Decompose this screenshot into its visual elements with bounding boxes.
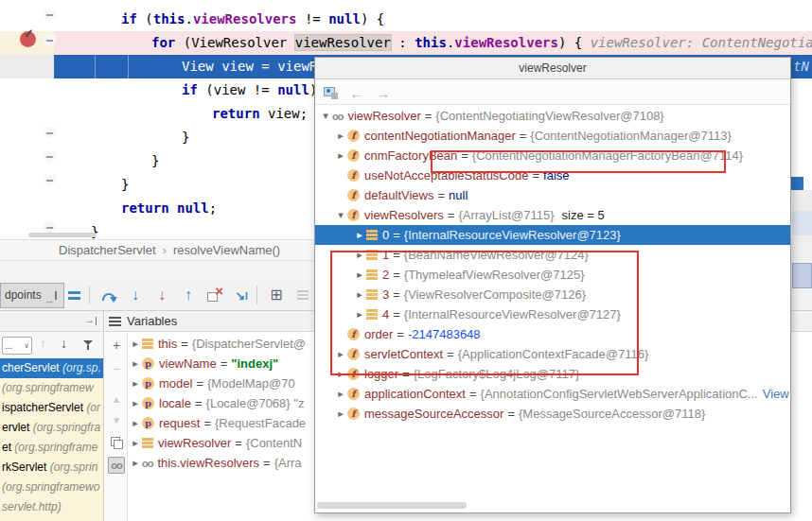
step-into-icon[interactable]: ↓ (124, 284, 147, 306)
frame-row[interactable]: (org.springframewo (0, 478, 103, 497)
frame-row[interactable]: servlet.http) (0, 497, 103, 517)
fold-marker-icon[interactable] (44, 128, 56, 140)
step-over-icon[interactable] (97, 284, 120, 306)
value-icon (366, 289, 378, 300)
expand-chevron-icon[interactable]: ▾ (334, 205, 347, 225)
variable-row[interactable]: ▸fapplicationContext={AnnotationConfigSe… (315, 384, 790, 404)
open-in-variables-icon[interactable] (321, 83, 340, 102)
expand-chevron-icon[interactable]: ▾ (319, 106, 332, 126)
variable-value: {RequestFacade (215, 413, 306, 433)
breadcrumb-item-class[interactable]: DispatcherServlet (59, 243, 156, 257)
variable-row[interactable]: ▸1={BeanNameViewResolver@7124} (315, 245, 790, 265)
move-down-icon[interactable]: ▼ (108, 411, 125, 428)
frame-row[interactable]: cherServlet (org.sp. (0, 358, 103, 378)
remove-watch-icon[interactable]: − (108, 360, 125, 377)
expand-chevron-icon[interactable]: ▸ (129, 373, 142, 393)
back-arrow-icon[interactable]: ← (347, 83, 366, 102)
expand-chevron-icon[interactable]: ▸ (353, 285, 366, 304)
frames-list[interactable]: cherServlet (org.sp.(org.springframewisp… (0, 358, 103, 521)
variable-value: {ApplicationContextFacade@7116} (458, 344, 649, 364)
value-icon (366, 250, 378, 260)
equals-sign: = (203, 413, 211, 433)
popup-title[interactable]: viewResolver (315, 58, 790, 79)
expand-chevron-icon[interactable]: ▸ (353, 245, 366, 265)
compare-disabled-icon[interactable] (291, 284, 314, 306)
add-watch-icon[interactable]: + (108, 337, 125, 354)
frame-down-icon[interactable]: ↓ (61, 336, 67, 351)
move-up-icon[interactable]: ▲ (108, 391, 125, 408)
equals-sign: = (520, 126, 527, 146)
expand-chevron-icon[interactable]: ▸ (353, 225, 366, 245)
frame-row[interactable]: ervlet (org.springfra (0, 418, 103, 438)
frame-row[interactable]: ispatcherServlet (or (0, 398, 103, 418)
code-token: . (185, 11, 192, 26)
expand-chevron-icon[interactable]: ▸ (129, 393, 142, 413)
popup-variable-tree[interactable]: ▾ooviewResolver={ContentNegotiatingViewR… (315, 106, 790, 489)
show-execution-point-icon[interactable] (62, 284, 85, 306)
frame-up-icon[interactable]: ↑ (40, 336, 46, 351)
frame-class: ervlet (2, 421, 33, 434)
equals-sign: = (263, 453, 271, 473)
variable-row[interactable]: ▸fcontentNegotiationManager={ContentNego… (315, 126, 790, 146)
frame-package: (org.springframewo (2, 480, 99, 494)
evaluate-expression-icon[interactable]: ⊞ (265, 284, 288, 306)
variable-row[interactable]: ▸4={InternalResourceViewResolver@7127} (315, 304, 790, 324)
variable-row[interactable]: ▾ooviewResolver={ContentNegotiatingViewR… (315, 106, 790, 126)
copy-frames-icon[interactable] (108, 434, 125, 451)
expand-chevron-icon[interactable]: ▸ (129, 413, 142, 433)
force-step-into-icon[interactable]: ↓ (150, 284, 173, 306)
variable-row[interactable]: ▸fservletContext={ApplicationContextFaca… (315, 344, 790, 364)
expand-chevron-icon[interactable]: ▸ (334, 146, 347, 165)
step-out-icon[interactable]: ↑ (177, 284, 200, 306)
frame-row[interactable]: et (org.springframe (0, 438, 103, 458)
variable-row[interactable]: ▸2={ThymeleafViewResolver@7125} (315, 265, 790, 285)
editor-hscrollbar[interactable] (28, 233, 97, 237)
field-icon: f (347, 189, 360, 201)
forward-arrow-icon[interactable]: → (374, 83, 393, 102)
variable-row[interactable]: ▸3={ViewResolverComposite@7126} (315, 285, 790, 304)
code-token: ( (137, 11, 153, 26)
expand-chevron-icon[interactable]: ▸ (129, 354, 142, 373)
expand-chevron-icon[interactable]: ▸ (353, 265, 366, 285)
code-token: this (153, 11, 185, 26)
code-token (169, 200, 177, 216)
frame-row[interactable]: (org.springframew (0, 378, 103, 398)
variable-row[interactable]: forder=-2147483648 (315, 324, 790, 344)
variable-row[interactable]: ▸fmessageSourceAccessor={MessageSourceAc… (315, 404, 790, 424)
verified-breakpoint-icon[interactable] (20, 31, 36, 47)
drop-frame-icon[interactable] (203, 284, 226, 306)
equals-sign: = (507, 404, 515, 424)
expand-chevron-icon[interactable]: ▸ (334, 344, 347, 364)
breadcrumb-item-method[interactable]: resolveViewName() (173, 243, 280, 257)
variable-row[interactable]: ▾fviewResolvers={ArrayList@7115}size = 5 (315, 205, 790, 225)
fold-marker-icon[interactable] (44, 151, 56, 164)
variables-menu-icon[interactable] (109, 317, 121, 326)
fold-marker-icon[interactable] (44, 175, 56, 187)
fold-marker-icon[interactable] (44, 9, 56, 22)
expand-chevron-icon[interactable]: ▸ (129, 433, 142, 453)
thread-selector[interactable]: ...∨ (2, 337, 32, 355)
expand-chevron-icon[interactable]: ▸ (334, 384, 347, 404)
frame-package: (org.springframe (14, 441, 97, 454)
expand-chevron-icon[interactable]: ▸ (334, 364, 347, 384)
run-to-cursor-icon[interactable]: ↘I (230, 284, 253, 306)
popup-hscrollbar[interactable] (317, 502, 467, 509)
pin-icon[interactable] (84, 316, 97, 327)
frame-package: (org.sprin (50, 460, 98, 474)
frame-row[interactable]: rkServlet (org.sprin (0, 458, 103, 478)
code-token: } (182, 130, 189, 145)
show-watches-icon[interactable]: oo (108, 457, 125, 474)
variable-row[interactable]: ▸flogger={LogFactory$Log4jLog@7117} (315, 364, 790, 384)
expand-chevron-icon[interactable]: ▸ (334, 126, 347, 146)
variable-row[interactable]: fdefaultViews=null (315, 185, 790, 205)
expand-chevron-icon[interactable]: ▸ (334, 404, 347, 424)
variable-row[interactable]: ▸fcnmFactoryBean={ContentNegotiationMana… (315, 146, 790, 165)
variable-row[interactable]: fuseNotAcceptableStatusCode=false (315, 165, 790, 185)
filter-funnel-icon[interactable] (83, 339, 95, 351)
variable-row[interactable]: ▸0={InternalResourceViewResolver@7123} (315, 225, 790, 245)
expand-chevron-icon[interactable]: ▸ (129, 453, 142, 473)
expand-chevron-icon[interactable]: ▸ (353, 304, 366, 324)
view-link[interactable]: View (763, 384, 789, 404)
breakpoints-tab[interactable]: dpoints (0, 283, 64, 308)
expand-chevron-icon[interactable]: ▸ (129, 334, 142, 354)
